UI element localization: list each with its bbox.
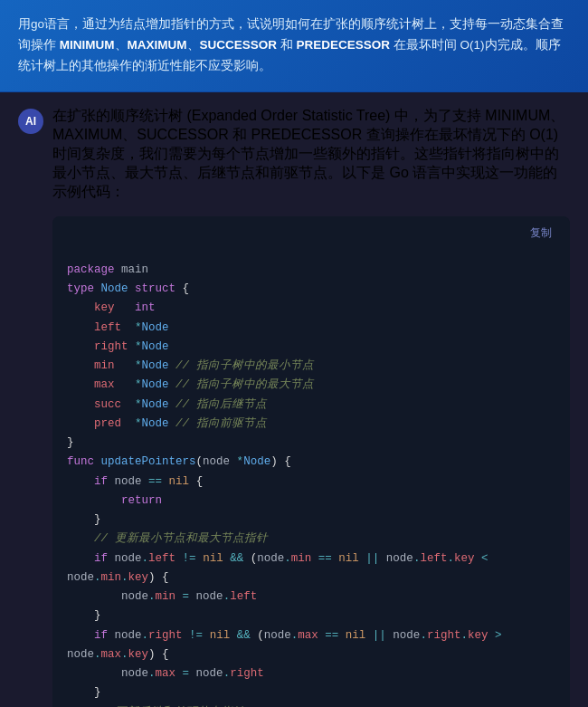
message-row: AI 在扩张的顺序统计树 (Expanded Order Statistic T… bbox=[0, 92, 588, 707]
code-block: 复制 package main type Node struct { key i… bbox=[52, 216, 570, 707]
main-text: 在扩张的顺序统计树 (Expanded Order Statistic Tree… bbox=[52, 107, 570, 202]
page-container: 用go语言，通过为结点增加指针的方式，试说明如何在扩张的顺序统计树上，支持每一动… bbox=[0, 0, 588, 707]
message-body: 在扩张的顺序统计树 (Expanded Order Statistic Tree… bbox=[52, 107, 570, 707]
copy-button[interactable]: 复制 bbox=[525, 224, 557, 243]
avatar: AI bbox=[18, 109, 43, 134]
info-text: 用go语言，通过为结点增加指针的方式，试说明如何在扩张的顺序统计树上，支持每一动… bbox=[18, 17, 564, 72]
code-header: 复制 bbox=[52, 216, 570, 250]
code-area: package main type Node struct { key int … bbox=[52, 250, 570, 707]
info-box: 用go语言，通过为结点增加指针的方式，试说明如何在扩张的顺序统计树上，支持每一动… bbox=[0, 0, 588, 92]
